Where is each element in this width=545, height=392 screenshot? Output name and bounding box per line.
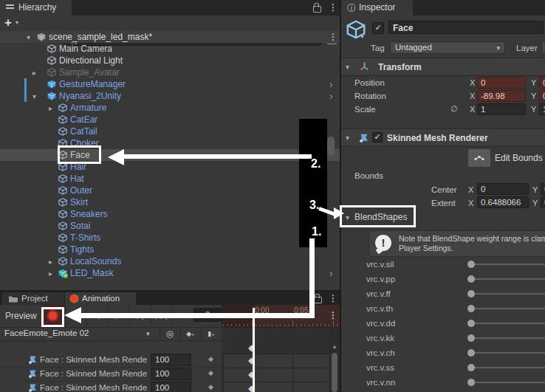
- scale-y-field[interactable]: 1: [539, 103, 545, 115]
- scrollbar-up-icon[interactable]: ▲: [332, 343, 337, 350]
- preview-toggle-button[interactable]: Preview: [0, 305, 42, 327]
- rotation-y-field[interactable]: 0: [539, 90, 545, 102]
- hierarchy-item-t-shirts[interactable]: T-Shirts: [0, 232, 340, 244]
- foldout-icon[interactable]: ▸: [49, 270, 52, 278]
- animation-lock-icon[interactable]: [314, 297, 322, 303]
- hierarchy-item-tights[interactable]: Tights: [0, 244, 340, 255]
- name-field[interactable]: Face: [388, 21, 544, 34]
- foldout-icon[interactable]: ▸: [49, 258, 52, 266]
- filter-by-selection-button[interactable]: ◎: [160, 327, 181, 341]
- blendshape-slider-knob[interactable]: [467, 305, 475, 312]
- position-y-field[interactable]: 0: [539, 77, 545, 89]
- hierarchy-scrollbar-thumb[interactable]: [327, 137, 335, 156]
- property-value-field[interactable]: 100: [151, 354, 191, 366]
- hierarchy-item-gesturemanager[interactable]: GestureManager›: [0, 78, 340, 90]
- scene-kebab-icon[interactable]: ⋮: [329, 32, 337, 41]
- dopesheet-track-row[interactable]: [223, 382, 331, 392]
- property-value-field[interactable]: 100: [151, 382, 191, 392]
- scene-foldout-icon[interactable]: ▾: [27, 34, 30, 41]
- animation-kebab-icon[interactable]: ⋮: [329, 294, 337, 303]
- tab-project[interactable]: Project: [2, 292, 64, 305]
- tab-inspector[interactable]: ⓘ Inspector: [341, 0, 413, 16]
- blendshape-slider-track[interactable]: [471, 293, 545, 295]
- blendshape-slider-track[interactable]: [471, 337, 545, 339]
- prefab-open-chevron[interactable]: ›: [329, 79, 333, 89]
- blendshape-slider-knob[interactable]: [467, 379, 475, 386]
- blendshape-slider-track[interactable]: [471, 278, 545, 280]
- center-x-field[interactable]: 0: [477, 183, 529, 195]
- hierarchy-item-hair[interactable]: Hair: [0, 161, 340, 173]
- property-value-field[interactable]: 100: [151, 368, 191, 380]
- scene-row[interactable]: ▾ scene_sample_led_mask* ⋮: [0, 31, 340, 43]
- prefab-open-chevron[interactable]: ›: [329, 268, 333, 278]
- tab-hierarchy[interactable]: Hierarchy: [0, 0, 72, 16]
- blendshape-slider-track[interactable]: [471, 382, 545, 383]
- dopesheet-area[interactable]: ◆◆◆◆: [222, 327, 340, 392]
- hierarchy-item-directional-light[interactable]: Directional Light: [0, 55, 340, 66]
- extent-x-field[interactable]: 0.6488066: [477, 196, 529, 208]
- animated-property-row[interactable]: Face : Skinned Mesh Rende100◆: [0, 353, 222, 368]
- smr-foldout-icon[interactable]: ▾: [346, 134, 349, 142]
- edit-bounds-button[interactable]: [468, 149, 490, 167]
- position-x-field[interactable]: 0: [477, 77, 526, 89]
- skinned-mesh-renderer-header[interactable]: ▾ ✓ Skinned Mesh Renderer: [341, 128, 545, 147]
- blendshape-slider-track[interactable]: [471, 323, 545, 324]
- blendshape-slider-knob[interactable]: [467, 261, 475, 268]
- hierarchy-item-outer[interactable]: Outer: [0, 185, 340, 196]
- animated-property-row[interactable]: Face : Skinned Mesh Rende100◆: [0, 381, 222, 392]
- hierarchy-item-skirt[interactable]: Skirt: [0, 196, 340, 208]
- hierarchy-item-sneakers[interactable]: Sneakers: [0, 208, 340, 220]
- hierarchy-item-localsounds[interactable]: ▸LocalSounds: [0, 255, 340, 267]
- blendshape-slider-track[interactable]: [471, 264, 545, 265]
- create-dropdown-icon[interactable]: ▾: [16, 19, 18, 26]
- create-object-button[interactable]: +: [4, 16, 12, 30]
- layer-dropdown[interactable]: [541, 41, 545, 54]
- lock-icon[interactable]: [313, 6, 321, 13]
- transform-header[interactable]: ▾ Transform: [341, 58, 545, 76]
- foldout-icon[interactable]: ▾: [32, 93, 36, 100]
- blendshape-slider-knob[interactable]: [467, 290, 475, 298]
- kebab-menu-icon[interactable]: ⋮: [329, 3, 337, 12]
- hierarchy-item-cattail[interactable]: CatTail: [0, 125, 340, 137]
- clip-dropdown[interactable]: FaceEmote_Emote 02 ▾: [0, 327, 160, 341]
- active-checkbox[interactable]: ✓: [372, 22, 384, 34]
- dopesheet-track-row[interactable]: [223, 354, 331, 368]
- dopesheet-scrollbar-thumb[interactable]: [332, 353, 337, 392]
- scale-link-icon[interactable]: ∅: [450, 104, 458, 114]
- hierarchy-item-sample-avatar[interactable]: ▸Sample_Avatar: [0, 66, 340, 78]
- hierarchy-item-sotai[interactable]: Sotai: [0, 220, 340, 232]
- hierarchy-item-choker[interactable]: Choker: [0, 137, 340, 149]
- dopesheet-kebab-icon[interactable]: ⋮: [329, 311, 337, 320]
- hierarchy-item-led-mask[interactable]: ▸+LED_Mask›: [0, 267, 340, 279]
- hierarchy-item-nyanasi-2unity[interactable]: ▾Nyanasi_2Unity›: [0, 90, 340, 102]
- blendshape-slider-knob[interactable]: [467, 275, 475, 283]
- animated-property-row[interactable]: Face : Skinned Mesh Rende100◆: [0, 367, 222, 382]
- smr-enabled-checkbox[interactable]: ✓: [372, 132, 383, 142]
- add-event-button[interactable]: ▮₊: [201, 327, 222, 341]
- rotation-x-field[interactable]: -89.98: [477, 90, 526, 102]
- center-y-field[interactable]: 0: [541, 183, 545, 195]
- prefab-open-chevron[interactable]: ›: [329, 91, 333, 101]
- extent-y-field[interactable]: 0: [541, 196, 545, 208]
- blendshape-slider-track[interactable]: [471, 367, 545, 368]
- keyframe-indicator-icon[interactable]: ◆: [208, 355, 213, 362]
- hierarchy-item-hat[interactable]: Hat: [0, 173, 340, 185]
- hierarchy-item-armature[interactable]: ▸Armature: [0, 102, 340, 114]
- hierarchy-item-main-camera[interactable]: Main Camera: [0, 43, 340, 55]
- keyframe-indicator-icon[interactable]: ◆: [208, 383, 213, 391]
- blendshape-slider-knob[interactable]: [467, 364, 475, 371]
- dopesheet-track-row[interactable]: [223, 368, 331, 382]
- add-keyframe-button[interactable]: ◆₊: [180, 327, 202, 341]
- hierarchy-item-catear[interactable]: CatEar: [0, 114, 340, 125]
- scale-x-field[interactable]: 1: [477, 103, 526, 115]
- foldout-icon[interactable]: ▸: [32, 69, 36, 77]
- blendshape-slider-knob[interactable]: [467, 320, 475, 327]
- keyframe-indicator-icon[interactable]: ◆: [208, 369, 213, 376]
- tab-animation[interactable]: Animation: [65, 292, 136, 305]
- tag-dropdown[interactable]: Untagged ▾: [390, 41, 505, 54]
- gameobject-icon-dropdown[interactable]: ▾: [361, 34, 364, 40]
- blendshape-slider-track[interactable]: [471, 308, 545, 309]
- foldout-icon[interactable]: ▸: [49, 105, 52, 112]
- transform-foldout-icon[interactable]: ▾: [346, 63, 349, 71]
- playhead-line[interactable]: [253, 308, 255, 392]
